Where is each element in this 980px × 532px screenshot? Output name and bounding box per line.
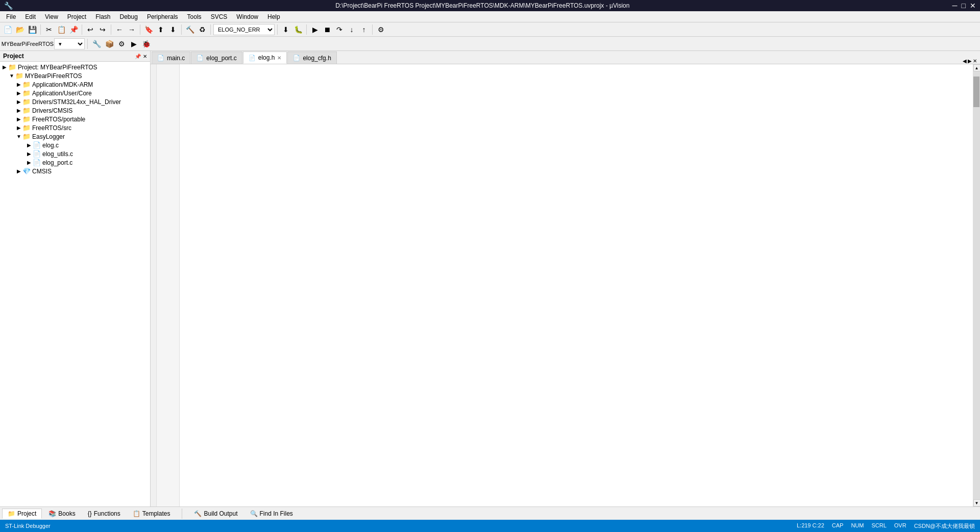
rebuild-button[interactable]: ♻ [197, 24, 208, 35]
copy-button[interactable]: 📋 [56, 24, 67, 35]
bottom-tab-project[interactable]: 📁 Project [2, 509, 42, 519]
elog-utils-expand-icon[interactable]: ▶ [26, 151, 33, 157]
bottom-tab-books[interactable]: 📚 Books [43, 509, 81, 519]
panel-pin-button[interactable]: 📌 [135, 54, 141, 59]
step-into-button[interactable]: ↓ [346, 24, 357, 35]
step-over-button[interactable]: ↷ [334, 24, 345, 35]
stm32-expand-icon[interactable]: ▶ [15, 99, 22, 105]
nav-back-button[interactable]: ← [114, 24, 125, 35]
tree-node-elog-utils[interactable]: ▶ 📄 elog_utils.c [0, 149, 150, 158]
debug-settings-button[interactable]: 🐞 [140, 38, 152, 49]
save-button[interactable]: 💾 [27, 24, 38, 35]
bottom-tab-build-output[interactable]: 🔨 Build Output [188, 509, 243, 519]
menu-item-file[interactable]: File [2, 12, 20, 21]
close-button[interactable]: ✕ [970, 2, 976, 10]
panel-close-button[interactable]: ✕ [143, 54, 147, 59]
stop-button[interactable]: ⏹ [322, 24, 333, 35]
menu-item-flash[interactable]: Flash [91, 12, 114, 21]
scroll-down-button[interactable]: ▼ [973, 499, 981, 506]
menu-item-peripherals[interactable]: Peripherals [143, 12, 182, 21]
elog-port-expand-icon[interactable]: ▶ [26, 160, 33, 165]
tree-node-cmsis[interactable]: ▶ 💎 CMSIS [0, 167, 150, 175]
undo-button[interactable]: ↩ [85, 24, 96, 35]
nav-fwd-button[interactable]: → [126, 24, 137, 35]
tab-scroll-right-button[interactable]: ▶ [968, 58, 972, 64]
tab-elog-cfg-h[interactable]: 📄 elog_cfg.h [287, 52, 336, 64]
tab-close-all-button[interactable]: ✕ [973, 58, 977, 64]
tab-scroll-left-button[interactable]: ◀ [963, 58, 967, 64]
menu-item-project[interactable]: Project [63, 12, 90, 21]
run-button[interactable]: ▶ [309, 24, 321, 35]
tree-node-elog-port[interactable]: ▶ 📄 elog_port.c [0, 158, 150, 167]
tree-node-freertos-src[interactable]: ▶ 📁 FreeRTOS/src [0, 123, 150, 132]
new-file-button[interactable]: 📄 [2, 24, 13, 35]
menu-item-svcs[interactable]: SVCS [207, 12, 232, 21]
elog-c-expand-icon[interactable]: ▶ [26, 142, 33, 148]
redo-button[interactable]: ↪ [97, 24, 108, 35]
find-label: Find In Files [260, 510, 293, 517]
pack-button[interactable]: 📦 [104, 38, 115, 49]
tree-node-mdk[interactable]: ▶ 📁 Application/MDK-ARM [0, 80, 150, 89]
bottom-tab-templates[interactable]: 📋 Templates [127, 509, 176, 519]
menu-item-tools[interactable]: Tools [183, 12, 206, 21]
settings-button[interactable]: ⚙ [375, 24, 386, 35]
titlebar-controls[interactable]: ─ □ ✕ [952, 2, 976, 10]
rte-button[interactable]: 🔧 [90, 38, 103, 49]
cut-button[interactable]: ✂ [43, 24, 55, 35]
tree-node-easylogger[interactable]: ▼ 📁 EasyLogger [0, 132, 150, 141]
tree-node-user[interactable]: ▶ 📁 Application/User/Core [0, 89, 150, 97]
open-file-button[interactable]: 📂 [14, 24, 26, 35]
scrl-label: SCRL [871, 522, 886, 530]
toolbar-separator1 [40, 24, 41, 35]
root-expand-icon[interactable]: ▶ [1, 64, 8, 70]
bookmark-button[interactable]: 🔖 [143, 24, 154, 35]
main-expand-icon[interactable]: ▼ [8, 73, 15, 79]
elog-port-file-icon: 📄 [33, 159, 41, 166]
menu-item-view[interactable]: View [41, 12, 62, 21]
user-expand-icon[interactable]: ▶ [15, 90, 22, 96]
target-dropdown[interactable]: ELOG_NO_ERR [213, 24, 275, 35]
cmsis-drv-expand-icon[interactable]: ▶ [15, 108, 22, 113]
download-button[interactable]: ⬇ [280, 24, 291, 35]
menu-item-debug[interactable]: Debug [116, 12, 142, 21]
cmsis-expand-icon[interactable]: ▶ [15, 168, 22, 174]
scroll-up-button[interactable]: ▲ [973, 64, 981, 71]
tree-node-freertos-port[interactable]: ▶ 📁 FreeRTOS/portable [0, 115, 150, 123]
menu-item-help[interactable]: Help [263, 12, 284, 21]
tab-elog-port-c[interactable]: 📄 elog_port.c [191, 52, 242, 64]
editor-scrollbar[interactable]: ▲ ▼ [973, 64, 980, 506]
menu-item-window[interactable]: Window [232, 12, 262, 21]
tree-node-elog-c[interactable]: ▶ 📄 elog.c [0, 141, 150, 149]
tree-root[interactable]: ▶ 📁 Project: MYBearPiFreeRTOS [0, 63, 150, 71]
freertos-src-expand-icon[interactable]: ▶ [15, 125, 22, 131]
tab-elog-h[interactable]: 📄 elog.h ✕ [243, 52, 287, 64]
step-out-button[interactable]: ↑ [358, 24, 370, 35]
tree-node-stm32[interactable]: ▶ 📁 Drivers/STM32L4xx_HAL_Driver [0, 97, 150, 106]
manage-components-button[interactable]: MYBearPiFreeRTOS [2, 38, 53, 49]
maximize-button[interactable]: □ [962, 2, 966, 10]
manage-run-button[interactable]: ▶ [128, 38, 139, 49]
bottom-tab-find[interactable]: 🔍 Find In Files [244, 509, 299, 519]
tab-scroll-controls[interactable]: ◀ ▶ ✕ [961, 58, 979, 64]
code-editor[interactable]: ▲ ▼ [151, 64, 980, 506]
menu-item-edit[interactable]: Edit [21, 12, 40, 21]
scroll-track[interactable] [973, 71, 980, 499]
easylogger-expand-icon[interactable]: ▼ [15, 134, 22, 139]
target-options-button[interactable]: ⚙ [116, 38, 127, 49]
debug-button[interactable]: 🐛 [292, 24, 304, 35]
next-bookmark-button[interactable]: ⬇ [167, 24, 179, 35]
tab-elog-h-close[interactable]: ✕ [277, 55, 281, 61]
bottom-tab-functions[interactable]: {} Functions [82, 509, 126, 519]
freertos-port-expand-icon[interactable]: ▶ [15, 116, 22, 122]
prev-bookmark-button[interactable]: ⬆ [155, 24, 166, 35]
config-dropdown[interactable]: ▾ [54, 38, 85, 49]
scroll-thumb[interactable] [973, 77, 979, 107]
mdk-expand-icon[interactable]: ▶ [15, 82, 22, 87]
tab-main-c[interactable]: 📄 main.c [152, 52, 190, 64]
build-button[interactable]: 🔨 [184, 24, 195, 35]
tree-node-main[interactable]: ▼ 📁 MYBearPiFreeRTOS [0, 71, 150, 80]
minimize-button[interactable]: ─ [952, 2, 958, 10]
tree-node-cmsis-drv[interactable]: ▶ 📁 Drivers/CMSIS [0, 106, 150, 115]
paste-button[interactable]: 📌 [68, 24, 79, 35]
code-content[interactable] [180, 64, 973, 506]
